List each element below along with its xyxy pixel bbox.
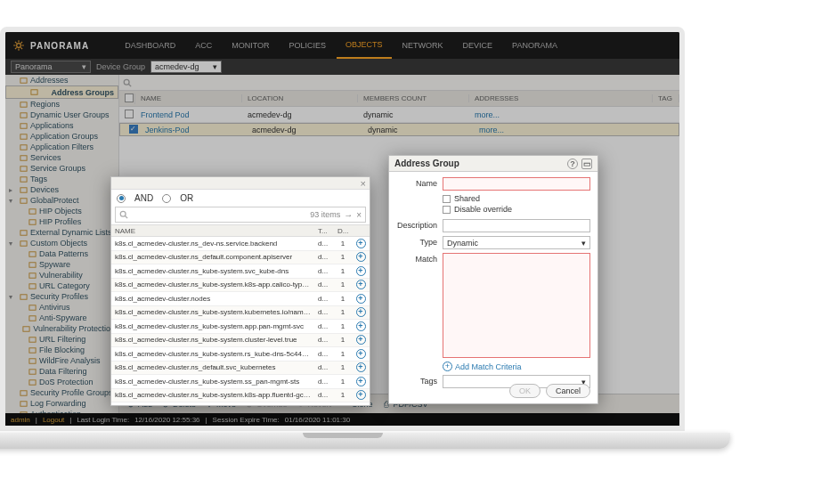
criteria-add[interactable]: + [352,294,370,304]
tab-subtitle: ── Templates ── [398,27,448,31]
criteria-name: k8s.cl_acmedev-cluster.ns_kube-system.k8… [111,391,314,399]
criteria-count: 93 items [310,210,340,219]
svg-line-40 [125,215,127,218]
criteria-name: k8s.cl_acmedev-cluster.ns_dev-ns.service… [111,240,314,248]
criteria-name: k8s.cl_acmedev-cluster.ns_kube-system.sv… [111,267,314,275]
criteria-count: 1 [334,363,352,371]
plus-circle-icon: + [356,362,366,372]
criteria-count: 1 [334,253,352,261]
logic-or-label: OR [180,193,193,203]
criteria-type: d... [314,280,334,289]
criteria-name: k8s.cl_acmedev-cluster.ns_default.compon… [111,253,314,261]
close-icon[interactable]: × [361,177,366,190]
criteria-name: k8s.cl_acmedev-cluster.ns_kube-system.ss… [111,378,314,386]
match-criteria-modal: × AND OR 93 items → × NAME T... D... [110,176,370,406]
criteria-add[interactable]: + [352,280,370,289]
criteria-row[interactable]: k8s.cl_acmedev-cluster.ns_default.compon… [111,251,370,265]
description-input[interactable] [443,219,590,232]
modal-header: Address Group ? ▭ [389,156,597,172]
criteria-row[interactable]: k8s.cl_acmedev-cluster.ns_kube-system.ss… [111,375,370,389]
criteria-name: k8s.cl_acmedev-cluster.ns_kube-system.ku… [111,308,314,316]
criteria-count: 1 [334,280,352,289]
search-icon [119,210,128,219]
plus-circle-icon: + [356,307,366,317]
criteria-add[interactable]: + [352,377,370,386]
modal-title: Address Group [394,159,459,168]
plus-circle-icon: + [356,335,366,345]
criteria-add[interactable]: + [352,362,370,372]
help-icon[interactable]: ? [567,159,578,169]
criteria-add[interactable]: + [352,390,370,400]
criteria-type: d... [314,350,334,358]
add-match-criteria-link[interactable]: + Add Match Criteria [443,362,590,371]
criteria-add[interactable]: + [352,349,370,359]
criteria-type: d... [314,322,334,330]
arrow-right-icon[interactable]: → [344,210,353,220]
clear-icon[interactable]: × [356,210,362,220]
criteria-name: k8s.cl_acmedev-cluster.ns_kube-system.rs… [111,350,314,358]
address-group-modal: Address Group ? ▭ Name Shared Disable ov… [388,155,598,404]
criteria-add[interactable]: + [352,307,370,317]
criteria-row[interactable]: k8s.cl_acmedev-cluster.ns_kube-system.k8… [111,279,370,293]
ok-button[interactable]: OK [509,384,541,398]
criteria-type: d... [314,391,334,399]
name-label: Name [396,177,437,188]
criteria-count: 1 [334,350,352,358]
window-icon[interactable]: ▭ [581,159,592,169]
type-select[interactable]: Dynamic▾ [443,236,590,249]
svg-point-39 [120,211,126,216]
criteria-search[interactable]: 93 items → × [115,207,366,223]
criteria-row[interactable]: k8s.cl_acmedev-cluster.ns_default.svc_ku… [111,362,370,376]
criteria-header-type[interactable]: T... [314,227,334,235]
disable-override-label: Disable override [454,205,512,214]
plus-circle-icon: + [356,280,366,289]
criteria-row[interactable]: k8s.cl_acmedev-cluster.ns_kube-system.sv… [111,264,370,279]
criteria-type: d... [314,363,334,371]
criteria-row[interactable]: k8s.cl_acmedev-cluster.ns_kube-system.rs… [111,347,370,362]
shared-checkbox[interactable] [443,195,451,203]
name-input[interactable] [443,177,590,191]
criteria-header-d[interactable]: D... [334,227,352,235]
plus-circle-icon: + [356,321,366,331]
criteria-name: k8s.cl_acmedev-cluster.ns_kube-system.ap… [111,322,314,330]
criteria-name: k8s.cl_acmedev-cluster.ns_kube-system.k8… [111,280,314,289]
criteria-count: 1 [334,308,352,316]
plus-circle-icon: + [356,349,366,359]
cancel-button[interactable]: Cancel [546,384,590,398]
criteria-type: d... [314,308,334,316]
criteria-row[interactable]: k8s.cl_acmedev-cluster.ns_dev-ns.service… [111,237,370,251]
criteria-header-name[interactable]: NAME [111,227,314,235]
plus-circle-icon: + [356,252,366,262]
match-label: Match [396,253,437,264]
disable-override-checkbox[interactable] [443,206,451,214]
criteria-row[interactable]: k8s.cl_acmedev-cluster.ns_kube-system.ku… [111,306,370,321]
laptop-base [0,433,730,449]
criteria-count: 1 [334,391,352,399]
logic-or-radio[interactable] [162,194,171,203]
criteria-count: 1 [334,336,352,344]
criteria-name: k8s.cl_acmedev-cluster.ns_default.svc_ku… [111,363,314,371]
criteria-add[interactable]: + [352,335,370,345]
criteria-row[interactable]: k8s.cl_acmedev-cluster.ns_kube-system.cl… [111,334,370,348]
modal-header: × [111,177,370,190]
criteria-count: 1 [334,240,352,248]
criteria-type: d... [314,253,334,261]
criteria-name: k8s.cl_acmedev-cluster.ns_kube-system.cl… [111,336,314,344]
criteria-add[interactable]: + [352,252,370,262]
description-label: Description [396,219,437,230]
match-textarea[interactable] [443,253,590,358]
logic-and-radio[interactable] [117,194,126,203]
chevron-down-icon: ▾ [581,239,586,248]
shared-label: Shared [454,194,480,203]
logic-and-label: AND [134,193,153,203]
type-value: Dynamic [447,239,478,248]
criteria-add[interactable]: + [352,321,370,331]
criteria-row[interactable]: k8s.cl_acmedev-cluster.nodesd...1+ [111,292,370,306]
criteria-add[interactable]: + [352,266,370,276]
criteria-add[interactable]: + [352,239,370,248]
plus-circle-icon: + [356,377,366,386]
criteria-row[interactable]: k8s.cl_acmedev-cluster.ns_kube-system.k8… [111,389,370,403]
criteria-row[interactable]: k8s.cl_acmedev-cluster.ns_kube-system.ap… [111,320,370,334]
tags-label: Tags [396,375,437,386]
criteria-type: d... [314,336,334,344]
